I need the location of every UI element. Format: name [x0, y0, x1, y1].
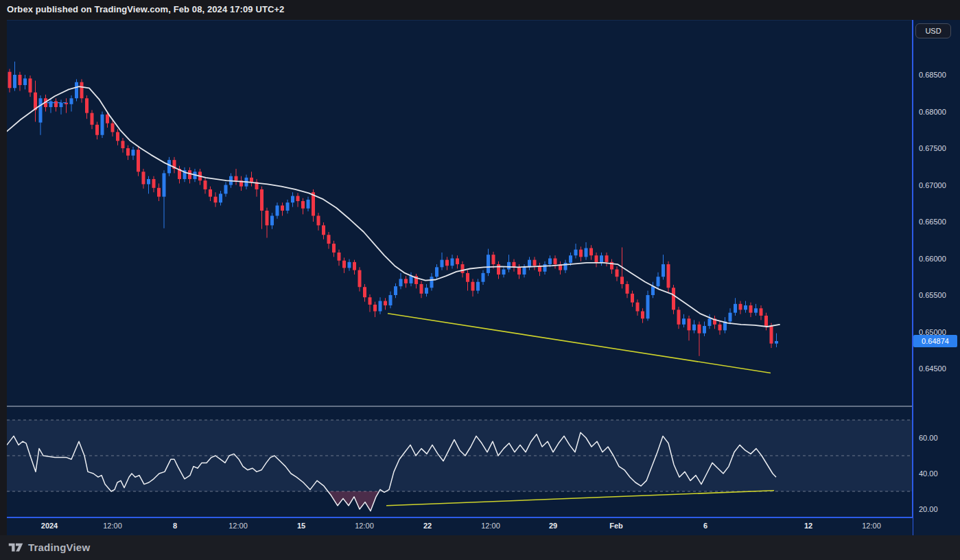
candle-body	[209, 189, 212, 197]
candle-body	[80, 82, 84, 99]
candle-body	[445, 260, 449, 266]
candle-body	[132, 150, 135, 156]
currency-button[interactable]: USD	[915, 23, 951, 38]
candle-body	[703, 326, 706, 334]
candle-body	[404, 279, 408, 283]
candle-body	[641, 312, 644, 319]
candle-body	[327, 235, 331, 244]
candle-body	[260, 189, 264, 211]
candle-body	[157, 188, 161, 197]
candle-body	[692, 325, 696, 331]
candle-body	[276, 205, 279, 215]
price-tick-label: 0.68500	[919, 70, 946, 80]
candle-body	[754, 308, 758, 312]
candle-body	[111, 124, 115, 132]
candle-body	[137, 150, 140, 172]
candle-body	[399, 279, 403, 286]
publish-note: Orbex published on TradingView.com, Feb …	[7, 4, 284, 14]
candle-body	[91, 113, 94, 125]
candle-body	[770, 326, 773, 344]
candle-body	[342, 261, 346, 268]
time-tick-label: 12	[804, 522, 812, 530]
candle-body	[126, 148, 130, 156]
candle-body	[497, 264, 500, 275]
candle-body	[667, 264, 670, 288]
candle-body	[466, 273, 469, 282]
candle-body	[626, 284, 629, 294]
candle-body	[301, 201, 305, 209]
rsi-tick-label: 20.00	[919, 504, 938, 514]
candle-body	[502, 270, 506, 275]
candle-body	[616, 270, 619, 277]
candle-body	[317, 215, 320, 225]
candle-body	[620, 277, 624, 284]
candle-body	[589, 248, 593, 256]
candle-body	[425, 288, 428, 294]
candle-body	[142, 172, 145, 184]
candle-body	[214, 197, 218, 203]
candle-body	[492, 255, 495, 264]
candle-body	[389, 295, 393, 305]
candle-body	[718, 325, 722, 331]
candle-body	[543, 264, 547, 272]
candle-body	[39, 98, 43, 122]
time-tick-label: 2024	[41, 522, 58, 530]
candle-body	[188, 170, 191, 179]
candle-body	[410, 276, 413, 283]
candle-body	[75, 82, 78, 99]
ascending-trendline[interactable]	[386, 491, 774, 506]
publish-header: Orbex published on TradingView.com, Feb …	[0, 0, 960, 20]
candle-body	[729, 313, 732, 322]
last-price-label: 0.64874	[913, 335, 957, 347]
time-tick-label: 6	[703, 522, 707, 530]
price-tick-label: 0.68000	[919, 107, 946, 117]
time-tick-label: 22	[423, 522, 432, 530]
candle-body	[734, 304, 737, 313]
candle-body	[688, 318, 691, 330]
candle-body	[204, 180, 207, 189]
candle-body	[95, 125, 99, 135]
candle-body	[441, 260, 444, 268]
footer-bar: TradingView	[0, 535, 960, 560]
candle-body	[435, 267, 438, 277]
time-tick-label: 12:00	[481, 522, 500, 530]
candle-body	[677, 310, 681, 324]
time-tick-label: 12:00	[229, 522, 248, 530]
candle-body	[739, 304, 742, 310]
candle-body	[224, 185, 228, 194]
candle-body	[533, 260, 537, 266]
chart-canvas[interactable]	[7, 20, 913, 535]
candle-body	[358, 270, 362, 288]
tradingview-chart-screenshot: Orbex published on TradingView.com, Feb …	[0, 0, 960, 560]
candle-body	[461, 264, 465, 273]
candle-body	[631, 294, 634, 303]
tradingview-logo	[8, 541, 23, 553]
candle-body	[353, 262, 356, 270]
candle-body	[54, 102, 58, 108]
candle-body	[698, 325, 701, 334]
candle-body	[430, 277, 434, 288]
candle-body	[286, 202, 290, 211]
candle-body	[764, 316, 768, 326]
candle-body	[476, 282, 480, 291]
tradingview-brand[interactable]: TradingView	[8, 541, 90, 553]
candle-body	[60, 103, 63, 107]
candle-body	[744, 305, 747, 310]
price-axis[interactable]: USD 0.64874 0.685000.680000.675000.67000…	[913, 20, 960, 535]
time-tick-label: Feb	[609, 522, 623, 530]
candle-body	[116, 132, 119, 141]
ma-line[interactable]	[7, 86, 780, 327]
price-tick-label: 0.66500	[919, 217, 946, 226]
candle-body	[152, 179, 156, 188]
time-tick-label: 8	[173, 522, 177, 530]
time-axis[interactable]: 202412:00812:001512:002212:0029Feb61212:…	[7, 518, 913, 535]
time-tick-label: 15	[297, 522, 305, 530]
candle-body	[605, 255, 609, 262]
candle-body	[332, 244, 336, 253]
candle-body	[106, 115, 109, 124]
candle-body	[394, 286, 397, 295]
price-tick-label: 0.65500	[919, 290, 946, 300]
candle-body	[70, 98, 73, 104]
candle-body	[296, 196, 300, 201]
candle-body	[775, 341, 778, 344]
